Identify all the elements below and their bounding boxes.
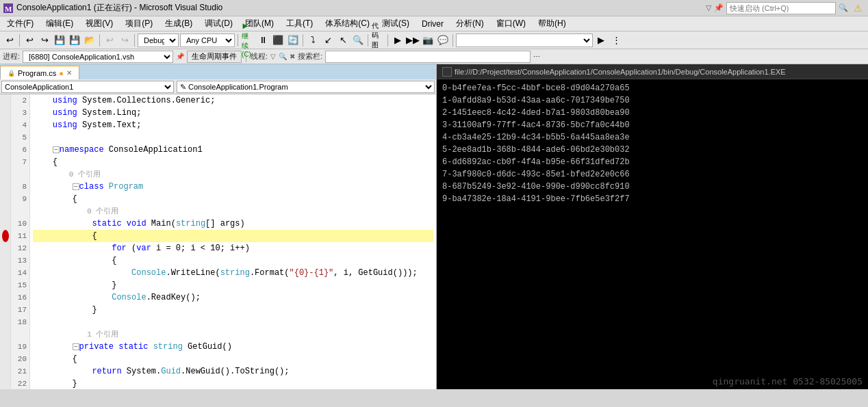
- menu-debug[interactable]: 调试(D): [199, 16, 238, 31]
- quick-launch-input[interactable]: [726, 2, 836, 14]
- process-pin-icon: 📌: [176, 53, 184, 60]
- code-line-16: Console.ReadKey();: [33, 291, 433, 304]
- undo2-btn[interactable]: ↩: [103, 34, 116, 47]
- menu-edit[interactable]: 编辑(E): [40, 16, 79, 31]
- menu-driver[interactable]: Driver: [416, 18, 449, 30]
- code-line-15: }: [33, 279, 433, 291]
- code-line-4: using System.Text;: [33, 119, 433, 131]
- svg-text:M: M: [5, 5, 12, 13]
- console-line-7: 7-3af980c0-d6dc-493c-85e1-bfed2e2e0c66: [442, 168, 863, 181]
- thread-search-input[interactable]: [325, 51, 531, 63]
- console-output: 0-b4fee7ea-f5cc-4bbf-bce8-d9d04a270a65 1…: [437, 79, 868, 376]
- codemap-btn[interactable]: 代码图图: [371, 34, 385, 47]
- menu-help[interactable]: 帮助(H): [533, 16, 572, 31]
- back-btn[interactable]: ↩: [3, 34, 16, 47]
- editor-tabs: 🔒 Program.cs ● ✕: [0, 64, 436, 79]
- code-line-12: for (var i = 0; i < 10; i++): [33, 242, 433, 254]
- process-dropdown[interactable]: [6880] ConsoleApplication1.vsh: [23, 51, 173, 63]
- menu-build[interactable]: 生成(B): [159, 16, 198, 31]
- quick-launch-area: ▽ 📌 🔍: [706, 2, 848, 14]
- redo-btn[interactable]: ↪: [38, 34, 51, 47]
- save-all-btn[interactable]: 💾: [68, 34, 81, 47]
- debug-config-dropdown[interactable]: Debug: [138, 34, 179, 47]
- menu-view[interactable]: 视图(V): [80, 16, 118, 31]
- menu-arch[interactable]: 体系结构(C): [320, 16, 375, 31]
- bp-3: [0, 107, 10, 119]
- sep8: [452, 34, 453, 47]
- step-out-btn[interactable]: ↖: [336, 34, 350, 47]
- code-line-8: −class Program: [33, 181, 433, 193]
- member-nav-dropdown[interactable]: ✎ ConsoleApplication1.Program: [177, 81, 435, 93]
- code-line-9: {: [33, 193, 433, 205]
- undo-btn[interactable]: ↩: [23, 34, 36, 47]
- code-line-3: using System.Linq;: [33, 107, 433, 119]
- menu-analyze[interactable]: 分析(N): [450, 16, 489, 31]
- menu-project[interactable]: 项目(P): [120, 16, 158, 31]
- sep3: [134, 34, 135, 47]
- code-line-21: return System.Guid.NewGuid().ToString();: [33, 365, 433, 378]
- editor-nav: ConsoleApplication1 ✎ ConsoleApplication…: [0, 79, 436, 94]
- console-line-0: 0-b4fee7ea-f5cc-4bbf-bce8-d9d04a270a65: [442, 82, 863, 94]
- redo2-btn[interactable]: ↪: [118, 34, 131, 47]
- breakpoint-11[interactable]: [2, 230, 9, 242]
- run2-btn[interactable]: ▶: [391, 34, 405, 47]
- console-panel: file:///D:/Project/test/ConsoleApplicati…: [437, 64, 868, 389]
- menu-file[interactable]: 文件(F): [1, 16, 39, 31]
- tab-modified-dot: ●: [59, 69, 64, 77]
- window-title: ConsoleApplication1 (正在运行) - Microsoft V…: [16, 2, 706, 14]
- searchbar-options-icon: ⋯: [533, 53, 540, 60]
- code-line-2: using System.Collections.Generic;: [33, 94, 433, 107]
- code-line-17: }: [33, 304, 433, 316]
- step-into-btn[interactable]: ↙: [321, 34, 335, 47]
- process-label: 进程:: [3, 51, 20, 62]
- code-ref2: 0 个引用: [33, 205, 433, 218]
- process-bar: 进程: [6880] ConsoleApplication1.vsh 📌 生命周…: [0, 49, 868, 64]
- bp-ref2: [0, 205, 10, 218]
- code-line-22: }: [33, 378, 433, 389]
- console-title-text: file:///D:/Project/test/ConsoleApplicati…: [455, 68, 786, 76]
- breakpoint-column: [0, 94, 11, 389]
- bp-21: [0, 365, 10, 378]
- bp-4: [0, 119, 10, 131]
- code-content[interactable]: using System.Collections.Generic; using …: [30, 94, 436, 389]
- hex-btn[interactable]: 🔍: [351, 34, 365, 47]
- code-area: 2345 6789 10111213 1415161718 19202122 2…: [0, 94, 436, 389]
- step-over-btn[interactable]: ⤵: [306, 34, 320, 47]
- sep7: [387, 34, 388, 47]
- restart-btn[interactable]: 🔄: [286, 34, 300, 47]
- comment-btn[interactable]: 💬: [436, 34, 450, 47]
- code-line-19: −private static string GetGuid(): [33, 341, 433, 353]
- console-line-3: 3-31100af9-77ff-4ac4-8736-5bc7fa0c44b0: [442, 119, 863, 131]
- tab-filename: Program.cs: [18, 69, 56, 77]
- bp-18: [0, 316, 10, 328]
- continue-btn[interactable]: ▶ 继续(C): [241, 34, 255, 47]
- bp-11: [0, 230, 10, 242]
- lifecycle-btn[interactable]: 生命周期事件: [187, 51, 242, 63]
- console-line-4: 4-cb3a4e25-12b9-4c34-b5b5-6a445aa8ea3e: [442, 131, 863, 144]
- class-nav-dropdown[interactable]: ConsoleApplication1: [1, 81, 174, 93]
- bp-14: [0, 267, 10, 279]
- code-ref1: 0 个引用: [33, 168, 433, 181]
- warning-icon: ⚠: [854, 3, 863, 14]
- location-dropdown[interactable]: [456, 34, 593, 47]
- tab-close-btn[interactable]: ✕: [66, 69, 72, 77]
- pin-icon: 📌: [714, 3, 724, 12]
- menu-window[interactable]: 窗口(W): [491, 16, 531, 31]
- stop-btn[interactable]: ⬛: [271, 34, 285, 47]
- filter-icon: ▽: [706, 3, 711, 12]
- menu-tools[interactable]: 工具(T): [281, 16, 318, 31]
- console-line-1: 1-0afdd8a9-b53d-43aa-aa6c-7017349be750: [442, 94, 863, 107]
- code-line-14: Console.WriteLine(string.Format("{0}-{1}…: [33, 267, 433, 279]
- pause-btn[interactable]: ⏸: [256, 34, 270, 47]
- cpu-config-dropdown[interactable]: Any CPU: [180, 34, 235, 47]
- go-btn[interactable]: ▶: [594, 34, 608, 47]
- thread-arrow-icon: ✖: [290, 53, 295, 60]
- run3-btn[interactable]: ▶▶: [406, 34, 420, 47]
- save-btn[interactable]: 💾: [53, 34, 66, 47]
- editor-tab-programcs[interactable]: 🔒 Program.cs ● ✕: [0, 66, 79, 79]
- camera-btn[interactable]: 📷: [421, 34, 435, 47]
- console-line-2: 2-1451eec8-4c42-4ded-b7a1-9803d80bea90: [442, 107, 863, 119]
- open-btn[interactable]: 📂: [83, 34, 97, 47]
- bp-ref1: [0, 168, 10, 181]
- menu2-btn[interactable]: ⋮: [609, 34, 623, 47]
